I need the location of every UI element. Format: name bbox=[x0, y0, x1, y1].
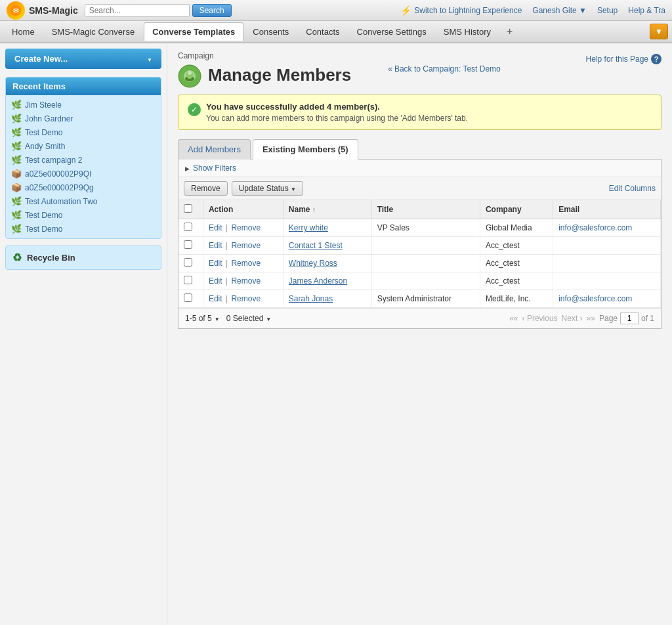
nav-item-home[interactable]: Home bbox=[4, 23, 43, 41]
email-link[interactable]: info@salesforce.com bbox=[558, 294, 632, 303]
recycle-bin[interactable]: ♻ Recycle Bin bbox=[5, 246, 161, 270]
create-new-button[interactable]: Create New... bbox=[5, 49, 161, 69]
select-all-checkbox[interactable] bbox=[184, 204, 192, 213]
member-name-link[interactable]: Sarah Jonas bbox=[289, 294, 333, 303]
remove-link[interactable]: Remove bbox=[231, 276, 261, 286]
col-header-email: Email bbox=[553, 200, 661, 219]
range-dropdown-chevron[interactable] bbox=[215, 314, 220, 323]
row-checkbox[interactable] bbox=[184, 276, 192, 284]
user-menu[interactable]: Ganesh Gite ▼ bbox=[532, 6, 587, 15]
member-name-link[interactable]: James Anderson bbox=[289, 276, 347, 286]
help-for-this-page-link[interactable]: Help for this Page ? bbox=[586, 54, 662, 64]
list-item[interactable]: 📦 a0Z5e000002P9Qg bbox=[10, 181, 157, 194]
back-to-campaign-link[interactable]: « Back to Campaign: Test Demo bbox=[388, 64, 501, 74]
page-title-block: Manage Members « Back to Campaign: Test … bbox=[178, 62, 501, 88]
nav-dropdown-button[interactable]: ▼ bbox=[650, 24, 668, 39]
remove-link[interactable]: Remove bbox=[231, 259, 261, 268]
next-page-text: Next › bbox=[562, 314, 583, 323]
members-table: Action Name Title Company Email bbox=[178, 200, 661, 308]
recent-item-link[interactable]: a0Z5e000002P9QI bbox=[25, 169, 91, 179]
member-name-link[interactable]: Whitney Ross bbox=[289, 259, 337, 268]
edit-link[interactable]: Edit bbox=[209, 294, 222, 303]
recent-item-link[interactable]: John Gardner bbox=[25, 114, 73, 123]
table-footer: 1-5 of 5 0 Selected «« ‹ Previous Next ›… bbox=[178, 308, 661, 328]
remove-link[interactable]: Remove bbox=[231, 223, 261, 232]
row-checkbox[interactable] bbox=[184, 258, 192, 267]
list-item[interactable]: 🌿 Test campaign 2 bbox=[10, 153, 157, 167]
row-checkbox[interactable] bbox=[184, 293, 192, 302]
recycle-bin-icon: ♻ bbox=[12, 251, 22, 264]
tabs: Add Members Existing Members (5) bbox=[178, 139, 662, 160]
name-cell: Sarah Jonas bbox=[283, 290, 371, 308]
email-link[interactable]: info@salesforce.com bbox=[558, 223, 632, 232]
table-row: Edit | Remove Contact 1 Stest Acc_ctest bbox=[178, 237, 661, 255]
page-title-area: Manage Members bbox=[208, 65, 351, 85]
edit-link[interactable]: Edit bbox=[209, 259, 222, 268]
nav-item-sms-history[interactable]: SMS History bbox=[436, 23, 499, 41]
title-cell bbox=[371, 237, 480, 255]
edit-link[interactable]: Edit bbox=[209, 241, 222, 250]
recent-item-link[interactable]: Test Automation Two bbox=[25, 197, 98, 206]
list-item[interactable]: 🌿 Test Demo bbox=[10, 125, 157, 139]
recent-item-link[interactable]: Test Demo bbox=[25, 211, 62, 220]
selected-count: 0 Selected bbox=[226, 314, 272, 323]
table-body: Edit | Remove Kerry white VP Sales Globa… bbox=[178, 219, 661, 308]
help-icon: ? bbox=[651, 54, 662, 64]
col-header-name[interactable]: Name bbox=[283, 200, 371, 219]
action-cell: Edit | Remove bbox=[203, 237, 283, 255]
row-checkbox[interactable] bbox=[184, 223, 192, 231]
remove-button[interactable]: Remove bbox=[184, 181, 228, 196]
row-checkbox[interactable] bbox=[184, 240, 192, 249]
list-item[interactable]: 🌿 Test Demo bbox=[10, 222, 157, 236]
nav-item-contacts[interactable]: Contacts bbox=[298, 23, 347, 41]
list-item[interactable]: 🌿 Jim Steele bbox=[10, 98, 157, 112]
remove-link[interactable]: Remove bbox=[231, 294, 261, 303]
selected-dropdown-chevron[interactable] bbox=[266, 314, 271, 323]
nav-item-converse-templates[interactable]: Converse Templates bbox=[144, 22, 243, 41]
logo[interactable]: ✉ SMS-Magic bbox=[7, 1, 78, 20]
tab-add-members[interactable]: Add Members bbox=[178, 139, 251, 160]
list-item[interactable]: 🌿 Test Automation Two bbox=[10, 194, 157, 208]
table-row: Edit | Remove Sarah Jonas System Adminis… bbox=[178, 290, 661, 308]
layout: Create New... Recent Items 🌿 Jim Steele … bbox=[0, 43, 672, 625]
recent-item-link[interactable]: Andy Smith bbox=[25, 142, 65, 151]
recent-item-link[interactable]: Test campaign 2 bbox=[25, 156, 82, 165]
member-name-link[interactable]: Kerry white bbox=[289, 223, 328, 232]
page-input[interactable] bbox=[620, 312, 639, 324]
table-toolbar: Remove Update Status Edit Columns bbox=[178, 177, 661, 200]
lightning-switch[interactable]: ⚡ Switch to Lightning Experience bbox=[400, 5, 522, 16]
company-cell: Acc_ctest bbox=[480, 255, 553, 272]
recent-item-link[interactable]: Test Demo bbox=[25, 225, 62, 234]
row-checkbox-cell bbox=[178, 290, 203, 308]
edit-link[interactable]: Edit bbox=[209, 276, 222, 286]
search-button[interactable]: Search bbox=[192, 4, 232, 17]
recent-item-link[interactable]: a0Z5e000002P9Qg bbox=[25, 183, 94, 192]
page-of-text: of 1 bbox=[641, 314, 654, 323]
recent-items-list: 🌿 Jim Steele 🌿 John Gardner 🌿 Test Demo … bbox=[6, 95, 161, 238]
nav-item-consents[interactable]: Consents bbox=[245, 23, 297, 41]
add-nav-button[interactable]: + bbox=[500, 23, 519, 40]
col-header-checkbox bbox=[178, 200, 203, 219]
nav-item-converse-settings[interactable]: Converse Settings bbox=[349, 23, 434, 41]
list-item[interactable]: 📦 a0Z5e000002P9QI bbox=[10, 167, 157, 181]
recent-item-link[interactable]: Test Demo bbox=[25, 128, 62, 137]
edit-link[interactable]: Edit bbox=[209, 223, 222, 232]
tab-existing-members[interactable]: Existing Members (5) bbox=[253, 139, 358, 160]
setup-link[interactable]: Setup bbox=[597, 6, 618, 15]
help-link[interactable]: Help & Tra bbox=[628, 6, 665, 15]
list-item[interactable]: 🌿 John Gardner bbox=[10, 112, 157, 125]
remove-link[interactable]: Remove bbox=[231, 241, 261, 250]
main-nav: Home SMS-Magic Converse Converse Templat… bbox=[0, 21, 672, 43]
search-input[interactable] bbox=[85, 4, 190, 17]
show-filters-toggle[interactable]: Show Filters bbox=[178, 160, 661, 177]
action-cell: Edit | Remove bbox=[203, 219, 283, 237]
action-cell: Edit | Remove bbox=[203, 290, 283, 308]
edit-columns-link[interactable]: Edit Columns bbox=[609, 184, 656, 193]
list-item[interactable]: 🌿 Andy Smith bbox=[10, 139, 157, 153]
member-name-link[interactable]: Contact 1 Stest bbox=[289, 241, 343, 250]
recent-item-link[interactable]: Jim Steele bbox=[25, 100, 62, 110]
nav-item-sms-magic-converse[interactable]: SMS-Magic Converse bbox=[44, 23, 142, 41]
update-status-button[interactable]: Update Status bbox=[232, 181, 303, 196]
list-item[interactable]: 🌿 Test Demo bbox=[10, 208, 157, 222]
table-area: Show Filters Remove Update Status Edit C… bbox=[178, 159, 662, 329]
